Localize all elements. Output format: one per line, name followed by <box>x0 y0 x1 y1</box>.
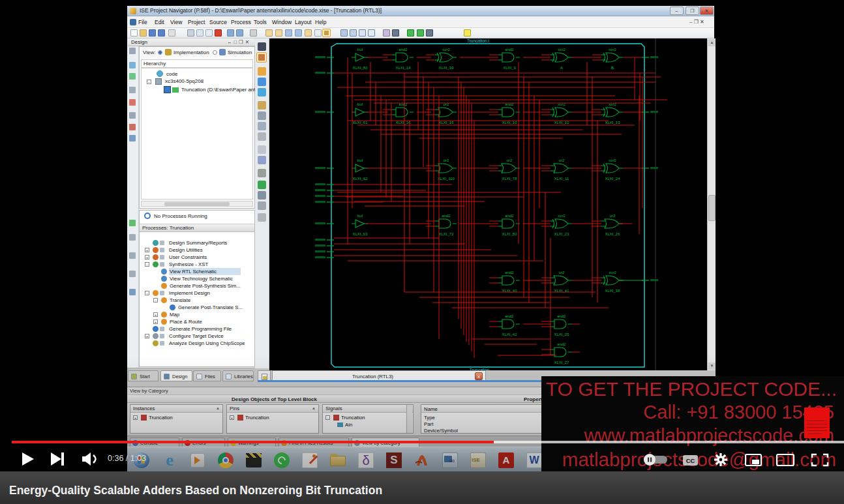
svg-text:XLXI_23: XLXI_23 <box>554 232 569 236</box>
svg-text:and2: and2 <box>505 214 514 218</box>
svg-text:XLXI_42: XLXI_42 <box>502 333 517 336</box>
svg-text:or2: or2 <box>559 158 565 162</box>
svg-text:XLXI_12: XLXI_12 <box>554 121 569 125</box>
svg-text:CC: CC <box>686 457 695 464</box>
svg-text:XLXI_13: XLXI_13 <box>605 121 620 125</box>
svg-text:XLXI_24: XLXI_24 <box>605 177 620 181</box>
svg-text:and2: and2 <box>505 314 514 318</box>
svg-text:xor2: xor2 <box>558 48 565 52</box>
svg-text:and2: and2 <box>399 48 408 52</box>
svg-text:buf: buf <box>357 102 363 106</box>
svg-text:buf: buf <box>357 158 363 162</box>
svg-text:XLXI_38: XLXI_38 <box>605 289 620 293</box>
svg-text:XLXI_63: XLXI_63 <box>352 232 368 236</box>
svg-text:XLXI_9: XLXI_9 <box>503 66 516 70</box>
svg-text:buf: buf <box>357 48 363 52</box>
svg-text:XLXI_80: XLXI_80 <box>502 232 517 236</box>
svg-text:XLXI_11: XLXI_11 <box>554 177 569 181</box>
svg-text:XLXI_15: XLXI_15 <box>438 121 454 125</box>
svg-text:or2: or2 <box>610 214 616 218</box>
svg-text:xor2: xor2 <box>609 271 616 274</box>
svg-text:or2: or2 <box>444 158 449 162</box>
svg-text:and2: and2 <box>557 314 566 318</box>
svg-text:XLXI_80: XLXI_80 <box>352 66 368 70</box>
svg-text:XLXI_14: XLXI_14 <box>395 66 411 70</box>
svg-text:XLXI_62: XLXI_62 <box>352 177 368 181</box>
svg-text:xor2: xor2 <box>609 158 616 162</box>
svg-text:XLXI_110: XLXI_110 <box>438 177 455 181</box>
svg-text:XLXI_26: XLXI_26 <box>605 232 620 236</box>
svg-text:buf: buf <box>357 214 363 218</box>
svg-text:or2: or2 <box>507 158 513 162</box>
svg-text:and2: and2 <box>505 271 514 274</box>
svg-text:XLXI_61: XLXI_61 <box>352 121 368 125</box>
svg-text:and2: and2 <box>505 48 514 52</box>
svg-text:A: A <box>560 66 563 70</box>
svg-text:xor2: xor2 <box>609 48 616 52</box>
svg-text:xor2: xor2 <box>442 48 450 52</box>
svg-text:XLXI_39: XLXI_39 <box>438 66 454 70</box>
svg-text:and2: and2 <box>557 342 566 346</box>
svg-text:B: B <box>611 66 614 70</box>
svg-text:XLXI_72: XLXI_72 <box>438 232 454 236</box>
svg-text:XLXI_16: XLXI_16 <box>395 121 411 125</box>
svg-text:and2: and2 <box>442 214 451 218</box>
svg-text:XLXI_78: XLXI_78 <box>502 177 517 181</box>
svg-text:XLXI_10: XLXI_10 <box>502 121 517 125</box>
svg-text:or2: or2 <box>559 271 565 274</box>
svg-text:Truncation:I: Truncation:I <box>467 38 489 43</box>
svg-text:xor2: xor2 <box>558 214 565 218</box>
svg-text:XLXI_25: XLXI_25 <box>554 333 569 336</box>
